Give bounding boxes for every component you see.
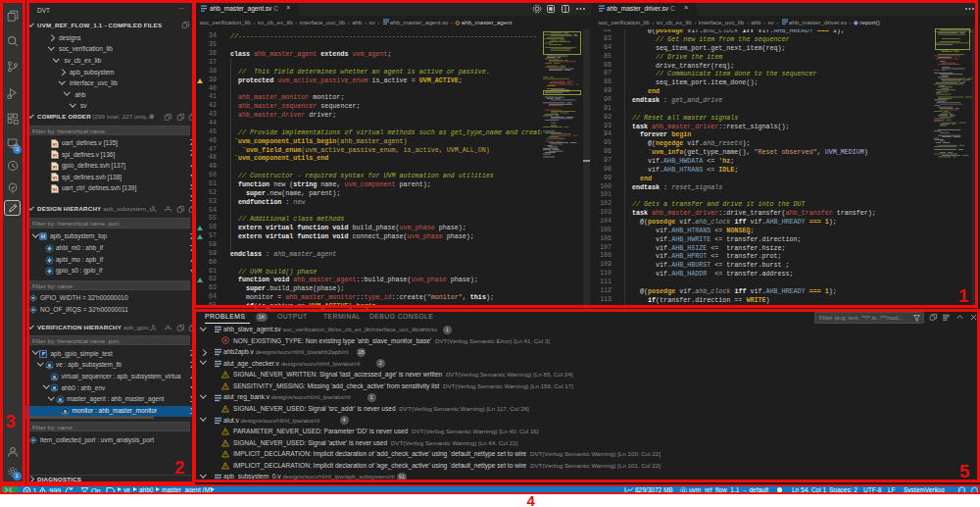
- svg-text:1: 1: [33, 486, 37, 495]
- svg-text:999: 999: [49, 486, 61, 495]
- svg-text:On: On: [91, 486, 101, 495]
